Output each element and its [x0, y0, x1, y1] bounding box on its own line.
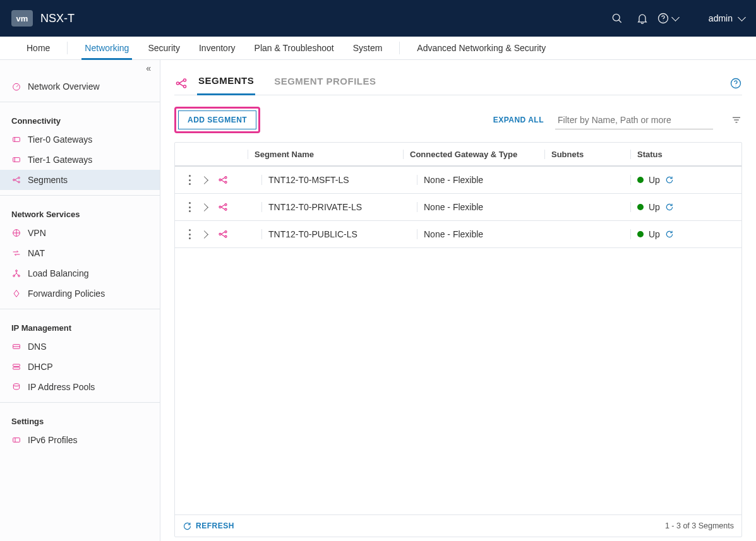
sidebar-item-label: VPN — [28, 228, 46, 238]
cell-gateway: None - Flexible — [417, 202, 544, 212]
chevron-down-icon — [671, 13, 680, 21]
svg-point-39 — [225, 235, 227, 237]
svg-point-10 — [18, 177, 20, 179]
sidebar-item-dhcp[interactable]: DHCP — [0, 357, 160, 377]
cell-gateway: None - Flexible — [417, 175, 544, 185]
col-header-status[interactable]: Status — [630, 150, 741, 159]
sidebar-item-label: Load Balancing — [28, 268, 89, 278]
col-header-name[interactable]: Segment Name — [248, 150, 403, 159]
svg-point-11 — [18, 181, 20, 183]
segment-icon — [11, 175, 21, 185]
svg-point-23 — [176, 81, 179, 84]
row-actions-menu[interactable] — [189, 229, 191, 239]
sidebar-item-dns[interactable]: DNS — [0, 336, 160, 357]
sidebar-item-tier0[interactable]: Tier-0 Gateways — [0, 129, 160, 150]
refresh-row-icon[interactable] — [665, 230, 674, 239]
nav-networking[interactable]: Networking — [75, 37, 138, 59]
table-row: TNT12-T0-PUBLIC-LSNone - FlexibleUp — [175, 221, 741, 248]
svg-point-34 — [219, 206, 221, 208]
highlight-annotation: ADD SEGMENT — [174, 107, 260, 133]
expand-row-icon[interactable] — [200, 230, 208, 239]
add-segment-button[interactable]: ADD SEGMENT — [178, 110, 256, 129]
sidebar-item-label: Segments — [28, 175, 68, 185]
pool-icon — [11, 382, 21, 392]
help-icon[interactable] — [729, 77, 742, 90]
svg-point-13 — [16, 270, 18, 272]
cell-status: Up — [630, 229, 741, 239]
svg-point-38 — [225, 231, 227, 233]
search-icon[interactable] — [604, 6, 630, 31]
cell-name[interactable]: TNT12-T0-MSFT-LS — [261, 175, 417, 185]
sidebar-group-settings: Settings — [0, 408, 160, 430]
expand-row-icon[interactable] — [200, 176, 208, 184]
user-menu[interactable]: admin — [709, 13, 745, 23]
dns-icon — [11, 342, 21, 352]
table-footer: REFRESH 1 - 3 of 3 Segments — [175, 514, 741, 537]
sidebar-item-label: DHCP — [28, 362, 53, 372]
filter-field[interactable] — [555, 111, 713, 129]
svg-point-36 — [225, 208, 227, 210]
segment-icon — [174, 76, 188, 90]
sidebar-item-overview[interactable]: Network Overview — [0, 76, 160, 97]
nav-plan[interactable]: Plan & Troubleshoot — [245, 37, 344, 59]
nav-inventory[interactable]: Inventory — [189, 37, 245, 59]
svg-point-0 — [613, 14, 620, 21]
sidebar-item-nat[interactable]: NAT — [0, 243, 160, 263]
cell-name[interactable]: TNT12-T0-PRIVATE-LS — [261, 202, 417, 212]
forward-icon — [11, 288, 21, 299]
sidebar-item-segments[interactable]: Segments — [0, 170, 160, 190]
segment-icon — [217, 174, 229, 186]
segments-table: Segment Name Connected Gateway & Type Su… — [174, 142, 742, 537]
sidebar-item-label: NAT — [28, 248, 45, 258]
row-actions-menu[interactable] — [189, 175, 191, 185]
refresh-row-icon[interactable] — [665, 203, 674, 211]
expand-row-icon[interactable] — [200, 203, 208, 211]
svg-rect-19 — [13, 367, 20, 369]
nav-advanced[interactable]: Advanced Networking & Security — [407, 37, 555, 59]
sidebar-item-tier1[interactable]: Tier-1 Gateways — [0, 150, 160, 170]
top-bar: vm NSX-T admin — [0, 0, 756, 37]
vpn-icon — [11, 228, 21, 238]
svg-rect-7 — [13, 158, 20, 162]
nav-security[interactable]: Security — [138, 37, 189, 59]
tab-segment-profiles[interactable]: SEGMENT PROFILES — [273, 72, 377, 94]
cell-name[interactable]: TNT12-T0-PUBLIC-LS — [261, 229, 417, 239]
status-dot-icon — [637, 231, 644, 237]
sidebar-item-label: IPv6 Profiles — [28, 435, 78, 445]
filter-icon[interactable] — [731, 114, 742, 126]
sidebar-item-vpn[interactable]: VPN — [0, 223, 160, 243]
col-header-subnets[interactable]: Subnets — [544, 150, 630, 159]
row-actions-menu[interactable] — [189, 202, 191, 212]
status-dot-icon — [637, 204, 644, 210]
refresh-row-icon[interactable] — [665, 175, 674, 184]
sidebar-item-forward[interactable]: Forwarding Policies — [0, 283, 160, 304]
collapse-sidebar-icon[interactable]: « — [146, 63, 151, 73]
help-menu[interactable] — [655, 6, 678, 31]
expand-all-button[interactable]: EXPAND ALL — [493, 116, 544, 124]
svg-rect-21 — [13, 438, 20, 443]
svg-point-33 — [225, 181, 227, 183]
ipv6-icon — [11, 435, 21, 445]
nav-home[interactable]: Home — [17, 37, 59, 59]
table-header: Segment Name Connected Gateway & Type Su… — [175, 143, 741, 167]
segment-icon — [217, 229, 229, 240]
sidebar-item-lb[interactable]: Load Balancing — [0, 263, 160, 283]
notifications-icon[interactable] — [630, 6, 655, 31]
svg-point-27 — [736, 85, 736, 86]
refresh-button[interactable]: REFRESH — [183, 521, 234, 531]
svg-point-35 — [225, 204, 227, 206]
sidebar-item-label: Tier-1 Gateways — [28, 155, 92, 165]
chevron-down-icon — [738, 13, 746, 21]
filter-input[interactable] — [555, 111, 713, 129]
sidebar-item-ipv6[interactable]: IPv6 Profiles — [0, 430, 160, 450]
tab-segments[interactable]: SEGMENTS — [197, 71, 255, 95]
nat-icon — [11, 248, 21, 258]
svg-point-24 — [183, 78, 186, 81]
nav-system[interactable]: System — [344, 37, 392, 59]
sidebar-item-pool[interactable]: IP Address Pools — [0, 377, 160, 397]
svg-rect-18 — [13, 364, 20, 366]
col-header-gateway[interactable]: Connected Gateway & Type — [403, 150, 544, 159]
status-text: Up — [649, 175, 660, 185]
sidebar-item-label: IP Address Pools — [28, 382, 95, 392]
svg-point-9 — [13, 179, 15, 181]
